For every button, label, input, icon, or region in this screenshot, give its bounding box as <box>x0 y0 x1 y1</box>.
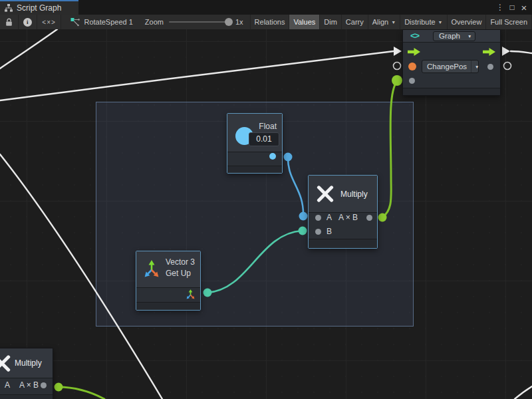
multiply-title: Multiply <box>340 189 368 200</box>
zoom-label: Zoom <box>145 18 164 26</box>
hollow-port-right[interactable] <box>504 63 511 70</box>
script-graph-icon <box>5 4 13 12</box>
chevron-down-icon: ▼ <box>464 32 475 41</box>
relations-label: Relations <box>255 18 285 26</box>
graph-node[interactable]: <> Graph ▼ ChangePos ▼ <box>402 29 501 96</box>
close-icon[interactable]: × <box>519 1 529 13</box>
zoom-level: 1x <box>235 18 243 26</box>
multiply-partial-header: Multiply <box>0 348 53 378</box>
maximize-icon[interactable]: □ <box>507 1 517 13</box>
zoom-slider[interactable] <box>169 21 230 23</box>
full-screen-button[interactable]: Full Screen <box>486 15 532 29</box>
window-controls: ⋮ □ × <box>495 0 532 15</box>
graph-selector-dropdown[interactable]: Graph ▼ <box>433 31 475 41</box>
align-button[interactable]: Align ▼ <box>368 15 400 29</box>
tab-script-graph[interactable]: Script Graph <box>0 0 78 15</box>
tab-title: Script Graph <box>17 3 61 13</box>
overview-button[interactable]: Overview <box>448 15 487 29</box>
wire-blue-bulb-end <box>299 212 308 221</box>
multiply-node[interactable]: Multiply A A × B B <box>308 175 378 249</box>
multiply-node-partial[interactable]: Multiply A A × B <box>0 348 53 399</box>
port-result[interactable] <box>366 215 372 221</box>
chevron-down-icon: ▼ <box>391 20 396 25</box>
vector3-title: Vector 3 <box>166 257 195 267</box>
wire-teal-getup-to-b <box>207 231 302 293</box>
relations-button[interactable]: Relations <box>251 15 290 29</box>
changepos-value: ChangePos <box>427 63 467 70</box>
vector3-getup-node[interactable]: Vector 3 Get Up <box>136 251 201 311</box>
graph-reference-icon <box>70 17 80 27</box>
info-button[interactable]: i <box>19 15 37 29</box>
port-orange-input[interactable] <box>408 63 416 70</box>
carry-label: Carry <box>346 18 364 26</box>
breadcrumb[interactable]: RotateSpeed 1 <box>64 15 139 29</box>
wire-white-from-graph-output <box>511 51 532 53</box>
values-label: Values <box>293 18 315 26</box>
wire-blue-float-to-a <box>288 157 303 215</box>
vector3-axes-icon <box>142 259 162 279</box>
flow-triangle-left <box>394 47 402 56</box>
full-screen-label: Full Screen <box>490 18 527 26</box>
zoom-slider-handle[interactable] <box>225 18 233 26</box>
align-label: Align <box>372 18 388 26</box>
wire-teal-bulb-start <box>203 289 212 297</box>
chevron-down-icon: ▼ <box>471 61 482 72</box>
chevron-down-icon: ▼ <box>438 20 443 25</box>
graph-canvas[interactable]: <> Graph ▼ ChangePos ▼ <box>0 29 532 399</box>
code-view-icon: <×> <box>42 19 56 26</box>
graph-node-footer <box>403 88 500 95</box>
float-title: Float <box>259 121 277 132</box>
graph-selector-value: Graph <box>439 32 460 40</box>
carry-button[interactable]: Carry <box>342 15 368 29</box>
multiply-partial-footer <box>0 394 53 399</box>
flow-arrow-in-icon[interactable] <box>408 48 420 56</box>
vector3-output-port-icon[interactable] <box>185 289 196 300</box>
code-view-button[interactable]: <×> <box>37 15 62 29</box>
port-result-label: A × B <box>338 212 358 223</box>
port-output[interactable] <box>487 64 493 70</box>
changepos-dropdown[interactable]: ChangePos ▼ <box>422 60 479 73</box>
float-value-input[interactable]: 0.01 <box>249 132 279 146</box>
lock-button[interactable] <box>0 15 19 29</box>
port-input-2[interactable] <box>409 78 415 84</box>
values-button[interactable]: Values <box>289 15 320 29</box>
breadcrumb-label: RotateSpeed 1 <box>84 18 132 26</box>
dim-label: Dim <box>324 18 337 26</box>
float-output-port[interactable] <box>269 153 276 160</box>
wire-white-to-graph-input <box>0 51 394 100</box>
port-a-label: A <box>327 212 332 223</box>
wire-green-bulb-start <box>378 213 387 222</box>
wire-green-bottom-bulb <box>55 383 63 392</box>
port-a-label: A <box>5 380 10 390</box>
hollow-port-left[interactable] <box>394 63 401 70</box>
info-icon: i <box>23 18 32 27</box>
wire-white-bottom-right <box>515 386 532 399</box>
multiply-icon <box>0 354 11 372</box>
zoom-control: Zoom 1x <box>145 15 251 29</box>
float-node[interactable]: Float 0.01 <box>227 113 283 174</box>
vector3-node-footer <box>136 302 200 310</box>
getup-subtitle: Get Up <box>166 268 191 279</box>
overview-label: Overview <box>452 18 482 26</box>
distribute-label: Distribute <box>404 18 435 26</box>
port-b[interactable] <box>315 229 321 235</box>
lock-icon <box>5 18 13 27</box>
float-node-footer <box>227 166 282 173</box>
port-b-label: B <box>327 226 332 237</box>
distribute-button[interactable]: Distribute ▼ <box>400 15 447 29</box>
wire-green-multiply-to-graph <box>382 81 397 217</box>
wire-green-bulb-end <box>392 75 402 86</box>
titlebar: Script Graph ⋮ □ × <box>0 0 532 15</box>
wire-white-topleft <box>0 29 57 68</box>
flow-arrow-out-icon[interactable] <box>483 48 495 56</box>
graph-toolbar: i <×> RotateSpeed 1 Zoom 1x Relations Va… <box>0 15 532 30</box>
wire-green-bottom <box>59 387 104 399</box>
code-icon: <> <box>410 31 419 41</box>
port-result[interactable] <box>41 382 47 388</box>
dim-button[interactable]: Dim <box>320 15 342 29</box>
multiply-icon <box>316 184 334 203</box>
port-a[interactable] <box>315 215 321 221</box>
window-menu-icon[interactable]: ⋮ <box>495 1 505 13</box>
wire-blue-bulb-start <box>284 153 293 162</box>
wire-teal-bulb-end <box>299 227 307 235</box>
